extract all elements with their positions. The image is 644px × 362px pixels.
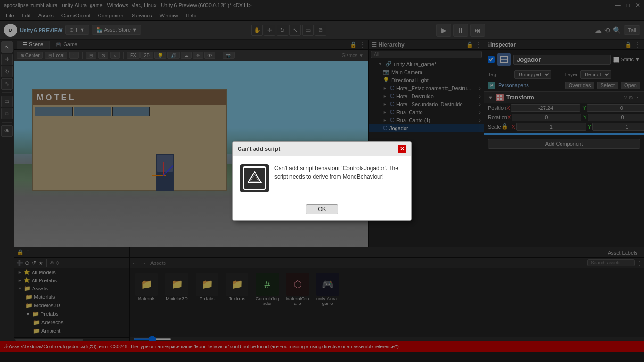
- svg-marker-8: [250, 174, 259, 182]
- dialog-titlebar: Can't add script ✕: [233, 142, 411, 156]
- dialog-footer: OK: [233, 200, 411, 220]
- dialog-overlay: Can't add script ✕ Can't add script beha…: [0, 0, 644, 362]
- svg-marker-7: [248, 172, 261, 183]
- dialog-close-button[interactable]: ✕: [398, 145, 406, 153]
- dialog-ok-button[interactable]: OK: [306, 204, 338, 214]
- dialog-body: Can't add script behaviour 'ControlaJoga…: [233, 156, 411, 200]
- cant-add-script-dialog: Can't add script ✕ Can't add script beha…: [232, 141, 412, 221]
- dialog-message: Can't add script behaviour 'ControlaJoga…: [274, 164, 404, 192]
- dialog-title: Can't add script: [238, 146, 280, 152]
- dialog-unity-icon: [240, 164, 269, 192]
